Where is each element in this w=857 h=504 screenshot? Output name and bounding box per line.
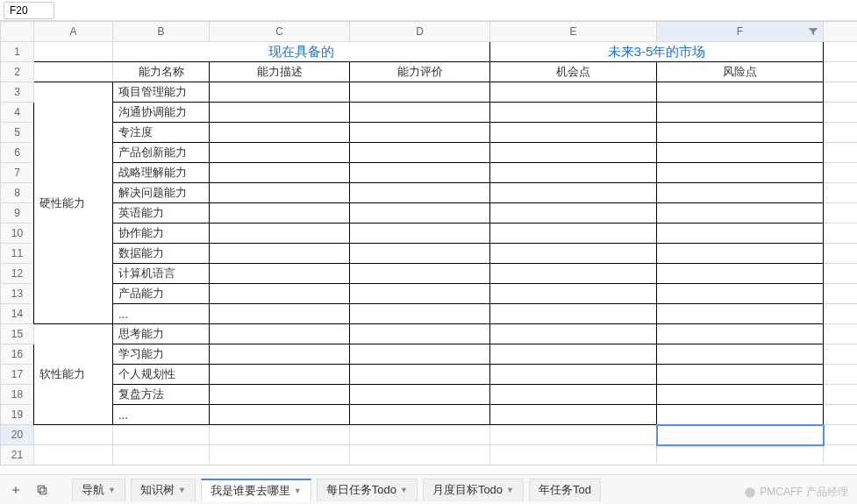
list-item: 个人规划性 — [113, 365, 209, 384]
row-header[interactable]: 13 — [1, 284, 34, 304]
col-header-F[interactable]: F — [657, 22, 824, 42]
row-header[interactable]: 17 — [1, 365, 34, 385]
group1-label: 硬性能力 — [34, 82, 112, 323]
row-header[interactable]: 8 — [1, 183, 34, 203]
svg-rect-1 — [40, 487, 46, 493]
list-item: 计算机语言 — [113, 264, 209, 283]
list-item: 项目管理能力 — [113, 82, 209, 102]
select-all-corner[interactable] — [1, 22, 34, 42]
name-box-input[interactable] — [4, 2, 54, 19]
col-header-E[interactable]: E — [490, 22, 657, 42]
subheader-name: 能力名称 — [113, 62, 209, 82]
row-header[interactable]: 12 — [1, 264, 34, 284]
tab-monthly[interactable]: 月度目标Todo▼ — [423, 479, 524, 501]
list-item: 产品创新能力 — [113, 143, 209, 162]
list-item: 英语能力 — [113, 203, 209, 223]
list-item: 学习能力 — [113, 344, 209, 364]
subheader-opp: 机会点 — [490, 62, 656, 82]
tab-yearly[interactable]: 年任务Tod — [529, 479, 601, 501]
col-header-extra[interactable] — [824, 22, 858, 42]
row-header[interactable]: 7 — [1, 163, 34, 183]
row-header[interactable]: 2 — [1, 62, 34, 82]
list-item: ... — [113, 405, 209, 424]
chevron-down-icon: ▼ — [108, 486, 116, 494]
name-box-bar — [0, 0, 857, 21]
chevron-down-icon: ▼ — [506, 486, 514, 494]
row-header[interactable]: 9 — [1, 203, 34, 224]
list-item: 协作能力 — [113, 224, 209, 243]
list-item: 解决问题能力 — [113, 183, 209, 202]
sheet-tab-bar: 导航▼ 知识树▼ 我是谁要去哪里▼ 每日任务Todo▼ 月度目标Todo▼ 年任… — [0, 474, 857, 504]
all-sheets-button[interactable] — [32, 479, 53, 500]
list-item: 沟通协调能力 — [113, 103, 209, 122]
row-header[interactable]: 11 — [1, 244, 34, 264]
row-header[interactable]: 4 — [1, 103, 34, 123]
section-header-future: 未来3-5年的市场 — [490, 42, 823, 61]
tab-daily[interactable]: 每日任务Todo▼ — [317, 479, 418, 501]
col-header-D[interactable]: D — [350, 22, 490, 42]
row-header[interactable]: 3 — [1, 82, 34, 103]
subheader-eval: 能力评价 — [350, 62, 489, 82]
col-header-B[interactable]: B — [113, 22, 210, 42]
row-header[interactable]: 20 — [1, 425, 34, 445]
row-header[interactable]: 15 — [1, 324, 34, 344]
col-header-A[interactable]: A — [34, 22, 113, 42]
selected-cell-F20[interactable] — [657, 425, 824, 445]
tab-whoami[interactable]: 我是谁要去哪里▼ — [201, 479, 311, 501]
watermark: PMCAFF 产品经理 — [744, 485, 848, 500]
row-header[interactable]: 21 — [1, 445, 34, 465]
row-header[interactable]: 5 — [1, 123, 34, 143]
svg-point-2 — [745, 487, 755, 498]
list-item: ... — [113, 304, 209, 323]
chevron-down-icon: ▼ — [294, 486, 302, 495]
row-header[interactable]: 14 — [1, 304, 34, 324]
svg-rect-0 — [38, 486, 44, 492]
section-header-current: 现在具备的 — [113, 42, 489, 61]
list-item: 数据能力 — [113, 244, 209, 263]
spreadsheet-grid[interactable]: A B C D E F 1 现在具备的 未来3-5年的市场 2 能力名称 能力描… — [0, 21, 857, 465]
row-header[interactable]: 6 — [1, 143, 34, 163]
row-header[interactable]: 1 — [1, 42, 34, 62]
group2-label: 软性能力 — [34, 324, 112, 424]
row-header[interactable]: 19 — [1, 405, 34, 425]
list-item: 复盘方法 — [113, 385, 209, 404]
chevron-down-icon: ▼ — [178, 486, 186, 494]
list-item: 产品能力 — [113, 284, 209, 303]
row-header[interactable]: 10 — [1, 224, 34, 244]
chevron-down-icon: ▼ — [400, 486, 408, 494]
row-header[interactable]: 18 — [1, 385, 34, 405]
row-header[interactable]: 16 — [1, 344, 34, 365]
list-item: 思考能力 — [113, 324, 209, 344]
filter-icon[interactable] — [807, 25, 819, 38]
list-item: 战略理解能力 — [113, 163, 209, 182]
list-item: 专注度 — [113, 123, 209, 142]
add-sheet-button[interactable] — [5, 479, 26, 500]
subheader-desc: 能力描述 — [210, 62, 349, 82]
subheader-risk: 风险点 — [657, 62, 823, 82]
tab-tree[interactable]: 知识树▼ — [131, 479, 196, 501]
tab-nav[interactable]: 导航▼ — [72, 479, 125, 501]
col-header-C[interactable]: C — [210, 22, 350, 42]
